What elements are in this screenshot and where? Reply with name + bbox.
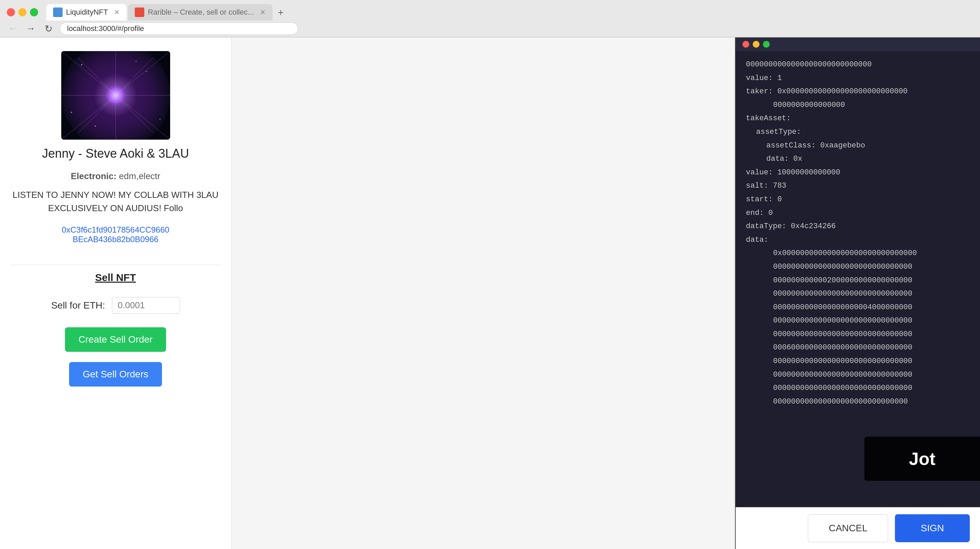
forward-button[interactable]: → — [24, 23, 37, 34]
dialog-header — [736, 37, 980, 51]
tab-favicon-1 — [53, 8, 63, 17]
genre-value: edm,electr — [119, 171, 160, 181]
code-end-label: end: — [746, 209, 764, 217]
browser-chrome: LiquidityNFT ✕ Rarible – Create, sell or… — [0, 0, 980, 37]
code-data-line: data: 0x — [746, 152, 970, 166]
code-data-label: data: — [746, 155, 789, 163]
code-hex-line-10: 0000000000000000000000000000000 — [746, 381, 970, 395]
dialog-close-button[interactable] — [743, 41, 749, 48]
nav-bar: ← → ↻ localhost:3000/#/profile — [0, 21, 980, 37]
profile-name: Jenny - Steve Aoki & 3LAU — [42, 147, 189, 161]
code-data2-label-line: data: — [746, 233, 970, 247]
code-asset-class: assetClass: 0xaagebebo — [746, 139, 970, 153]
dialog-min-button[interactable] — [753, 41, 759, 48]
tab-rarible[interactable]: Rarible – Create, sell or collec... ✕ — [128, 4, 272, 21]
tab-bar: LiquidityNFT ✕ Rarible – Create, sell or… — [0, 0, 980, 21]
left-panel: Jenny - Steve Aoki & 3LAU Electronic: ed… — [0, 37, 231, 549]
address-line1: 0xC3f6c1fd90178564CC9660 — [62, 225, 169, 235]
svg-point-15 — [81, 64, 82, 65]
address-text: localhost:3000/#/profile — [67, 24, 144, 33]
code-datatype-label: dataType: — [746, 222, 786, 231]
main-content: Jenny - Steve Aoki & 3LAU Electronic: ed… — [0, 37, 980, 549]
tab-label-1: LiquidityNFT — [66, 8, 108, 17]
code-taker-cont: 0000000000000000 — [746, 99, 970, 112]
code-hex-line-6: 0000000000000000000000000000000 — [746, 328, 970, 341]
close-window-button[interactable] — [7, 8, 15, 16]
dialog-footer: CANCEL SIGN — [736, 507, 980, 549]
hex-lines-container: 0x00000000000000000000000000000000000000… — [746, 247, 970, 409]
tab-close-2[interactable]: ✕ — [260, 8, 266, 16]
center-panel — [231, 37, 735, 549]
profile-address[interactable]: 0xC3f6c1fd90178564CC9660 BEcAB436b82b0B0… — [62, 225, 169, 244]
code-value-line: value: 1 — [746, 72, 970, 85]
back-button[interactable]: ← — [7, 23, 19, 34]
code-asset-type: assetType: — [746, 125, 970, 139]
code-value2-val: 10000000000000 — [777, 168, 840, 177]
code-end-line: end: 0 — [746, 206, 970, 220]
tab-liquidity-nft[interactable]: LiquidityNFT ✕ — [46, 4, 127, 21]
create-sell-order-button[interactable]: Create Sell Order — [65, 327, 166, 352]
code-hex-line-7: 0006000000000000000000000000000 — [746, 341, 970, 354]
code-take-asset: takeAsset: — [746, 112, 970, 125]
code-start-value: 0 — [777, 195, 782, 204]
right-panel: 0000000000000000000000000000 value: 1 ta… — [735, 37, 980, 549]
code-taker-value: 0x000000000000000000000000000 — [777, 87, 907, 96]
tab-close-1[interactable]: ✕ — [114, 8, 120, 16]
dialog-max-button[interactable] — [763, 41, 770, 48]
minimize-window-button[interactable] — [18, 8, 27, 16]
code-value2-label: value: — [746, 168, 773, 177]
code-hex-line-4: 0000000000000000000004000000000 — [746, 301, 970, 314]
code-taker-line: taker: 0x000000000000000000000000000 — [746, 85, 970, 99]
profile-image — [61, 51, 170, 140]
jot-overlay: Jot — [864, 437, 980, 481]
reload-button[interactable]: ↻ — [42, 23, 54, 34]
new-tab-button[interactable]: ＋ — [274, 5, 288, 19]
code-hex-line-11: 000000000000000000000000000000 — [746, 395, 970, 409]
code-address-top: 0000000000000000000000000000 — [746, 58, 970, 72]
code-asset-type-label: assetType: — [746, 128, 801, 136]
maximize-window-button[interactable] — [30, 8, 38, 16]
code-hex-line-9: 0000000000000000000000000000000 — [746, 368, 970, 382]
code-taker-cont-value: 0000000000000000 — [746, 101, 845, 109]
code-start-label: start: — [746, 195, 773, 204]
code-hex-line-2: 0000000000002000000000000000000 — [746, 274, 970, 287]
code-value2-line: value: 10000000000000 — [746, 166, 970, 179]
sign-button[interactable]: SIGN — [895, 514, 970, 542]
code-data2-label: data: — [746, 236, 768, 244]
svg-point-17 — [71, 112, 72, 113]
code-take-asset-label: takeAsset: — [746, 114, 791, 123]
svg-point-16 — [146, 71, 147, 72]
code-datatype-value: 0x4c234266 — [791, 222, 836, 231]
code-taker-label: taker: — [746, 87, 773, 96]
profile-bio: LISTEN TO JENNY NOW! MY COLLAB WITH 3LAU… — [10, 188, 221, 215]
code-salt-value: 783 — [773, 182, 786, 190]
jot-text: Jot — [909, 448, 935, 469]
code-address-top-value: 0000000000000000000000000000 — [746, 60, 872, 69]
cancel-button[interactable]: CANCEL — [808, 514, 888, 542]
sell-eth-label: Sell for ETH: — [51, 300, 105, 311]
code-start-line: start: 0 — [746, 193, 970, 206]
code-value-val: 1 — [777, 74, 782, 82]
code-salt-label: salt: — [746, 182, 768, 190]
code-value-label: value: — [746, 74, 773, 82]
sell-eth-input[interactable] — [112, 297, 180, 314]
sell-nft-title: Sell NFT — [95, 272, 136, 283]
address-line2: BEcAB436b82b0B0966 — [62, 235, 169, 244]
tab-label-2: Rarible – Create, sell or collec... — [148, 8, 254, 17]
window-controls — [7, 8, 38, 16]
code-asset-class-value: 0xaagebebo — [820, 141, 865, 150]
code-asset-class-label: assetClass: — [746, 141, 816, 150]
svg-point-20 — [135, 61, 137, 62]
get-sell-orders-button[interactable]: Get Sell Orders — [69, 362, 162, 386]
code-end-value: 0 — [768, 209, 773, 217]
profile-image-svg — [61, 51, 170, 140]
profile-genre: Electronic: edm,electr — [71, 171, 160, 182]
address-bar[interactable]: localhost:3000/#/profile — [60, 22, 298, 35]
code-salt-line: salt: 783 — [746, 179, 970, 193]
svg-point-19 — [95, 125, 96, 127]
genre-label: Electronic: — [71, 171, 116, 181]
svg-point-18 — [159, 119, 160, 120]
code-hex-line-0: 0x000000000000000000000000000000 — [746, 247, 970, 260]
tab-favicon-2 — [135, 8, 144, 17]
profile-image-inner — [61, 51, 170, 140]
